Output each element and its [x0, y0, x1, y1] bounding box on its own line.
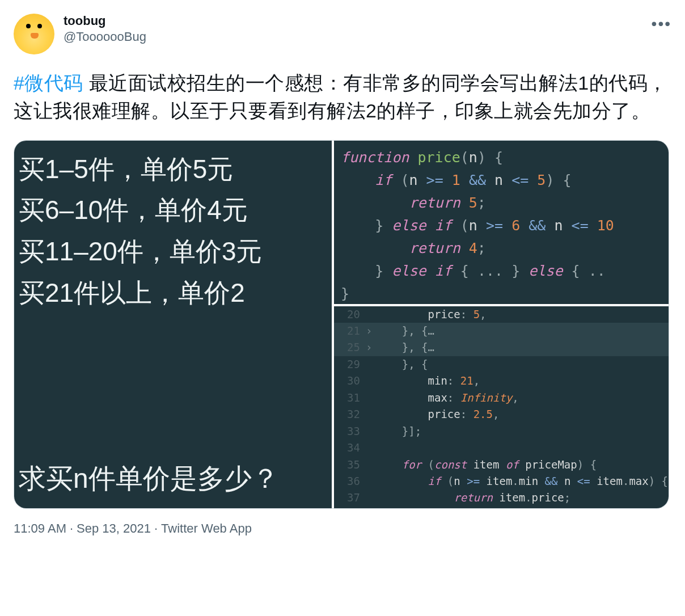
- author-block[interactable]: toobug @TooooooBug: [64, 14, 652, 46]
- tweet-body-text: 最近面试校招生的一个感想：有非常多的同学会写出解法1的代码，这让我很难理解。以至…: [14, 72, 667, 121]
- price-rule: 买21件以上，单价2: [14, 272, 332, 314]
- tweet-date[interactable]: Sep 13, 2021: [77, 521, 151, 535]
- tweet-text: #微代码 最近面试校招生的一个感想：有非常多的同学会写出解法1的代码，这让我很难…: [14, 69, 671, 125]
- author-handle: @TooooooBug: [64, 28, 652, 46]
- media-grid: 买1–5件，单价5元 买6–10件，单价4元 买11–20件，单价3元 买21件…: [14, 140, 669, 509]
- price-rule: 买1–5件，单价5元: [14, 149, 332, 190]
- author-name: toobug: [64, 14, 652, 28]
- hashtag-link[interactable]: #微代码: [14, 72, 83, 94]
- attached-image-1[interactable]: 买1–5件，单价5元 买6–10件，单价4元 买11–20件，单价3元 买21件…: [14, 141, 332, 508]
- price-rule: 买6–10件，单价4元: [14, 189, 332, 231]
- tweet-client[interactable]: Twitter Web App: [161, 521, 252, 535]
- attached-image-2[interactable]: function price(n) { if (n >= 1 && n <= 5…: [334, 141, 669, 304]
- tweet-meta: 11:09 AM·Sep 13, 2021·Twitter Web App: [14, 521, 671, 536]
- problem-question: 求买n件单价是多少？: [14, 461, 332, 508]
- avatar[interactable]: [14, 14, 54, 54]
- price-rule: 买11–20件，单价3元: [14, 231, 332, 272]
- tweet-card: toobug @TooooooBug ••• #微代码 最近面试校招生的一个感想…: [0, 0, 685, 536]
- tweet-header: toobug @TooooooBug •••: [14, 14, 671, 54]
- attached-image-3[interactable]: 20 price: 5, 21› }, {…25› }, {…29 }, { 3…: [334, 306, 669, 508]
- tweet-time[interactable]: 11:09 AM: [14, 521, 66, 535]
- more-icon[interactable]: •••: [652, 14, 671, 33]
